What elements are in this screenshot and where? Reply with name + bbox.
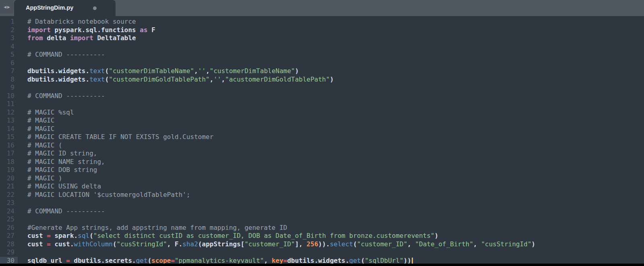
code-line[interactable]: 6 [0, 59, 644, 68]
line-number: 21 [0, 182, 18, 191]
code-line[interactable]: 20# MAGIC ) [0, 174, 644, 183]
line-number: 13 [0, 117, 18, 125]
line-number: 1 [0, 18, 18, 26]
line-number: 18 [0, 158, 18, 166]
code-text: from delta import DeltaTable [18, 34, 136, 43]
code-text [18, 199, 27, 207]
tab-title: AppStringDim.py [26, 4, 73, 11]
code-text: import pyspark.sql.functions as F [18, 26, 155, 35]
line-number: 26 [0, 224, 18, 232]
tab-appstringdim[interactable]: AppStringDim.py [14, 0, 116, 16]
code-area[interactable]: 1# Databricks notebook source2import pys… [0, 16, 644, 266]
line-number: 28 [0, 240, 18, 249]
line-number: 20 [0, 174, 18, 183]
line-number: 5 [0, 51, 18, 59]
line-number: 27 [0, 232, 18, 240]
code-text: # MAGIC USING delta [18, 182, 101, 191]
code-text: # COMMAND ---------- [18, 51, 105, 59]
line-number: 11 [0, 100, 18, 108]
text-cursor [412, 258, 413, 264]
line-number: 15 [0, 133, 18, 141]
code-line[interactable]: 15# MAGIC CREATE TABLE IF NOT EXISTS gol… [0, 133, 644, 141]
code-text: # MAGIC ID string, [18, 149, 97, 158]
line-number: 12 [0, 108, 18, 117]
code-line[interactable]: 10# COMMAND ---------- [0, 92, 644, 100]
code-line[interactable]: 23 [0, 199, 644, 207]
code-line[interactable]: 24# COMMAND ---------- [0, 207, 644, 216]
code-text: cust = spark.sql("select distinct custID… [18, 232, 438, 240]
editor-window: ◀ ▶ AppStringDim.py 1# Databricks notebo… [0, 0, 644, 266]
code-line[interactable]: 18# MAGIC NAME string, [0, 158, 644, 166]
line-number: 9 [0, 84, 18, 92]
code-line[interactable]: 12# MAGIC %sql [0, 108, 644, 117]
code-text: # COMMAND ---------- [18, 207, 105, 216]
code-text: # MAGIC CREATE TABLE IF NOT EXISTS gold.… [18, 133, 213, 141]
code-line[interactable]: 25 [0, 215, 644, 224]
code-text: # MAGIC [18, 117, 54, 125]
code-text: # MAGIC LOCATION '$customergoldTablePath… [18, 191, 190, 199]
line-number: 6 [0, 59, 18, 68]
code-line[interactable]: 9 [0, 84, 644, 92]
code-line[interactable]: 17# MAGIC ID string, [0, 149, 644, 158]
code-text [18, 43, 27, 51]
code-text [18, 248, 27, 257]
line-number: 10 [0, 92, 18, 100]
code-text: # MAGIC ( [18, 141, 62, 150]
code-text [18, 100, 27, 108]
code-text: # COMMAND ---------- [18, 92, 105, 100]
line-number: 22 [0, 191, 18, 199]
line-number: 3 [0, 34, 18, 43]
line-number: 2 [0, 26, 18, 35]
line-number: 4 [0, 43, 18, 51]
code-text: # MAGIC %sql [18, 108, 74, 117]
bottom-edge-bar [0, 264, 644, 266]
code-line[interactable]: 21# MAGIC USING delta [0, 182, 644, 191]
code-text [18, 84, 27, 92]
code-line[interactable]: 16# MAGIC ( [0, 141, 644, 150]
line-number: 7 [0, 67, 18, 76]
code-line[interactable]: 2import pyspark.sql.functions as F [0, 26, 644, 35]
code-line[interactable]: 14# MAGIC [0, 125, 644, 133]
code-line[interactable]: 11 [0, 100, 644, 108]
line-number: 8 [0, 76, 18, 84]
code-line[interactable]: 3from delta import DeltaTable [0, 34, 644, 43]
line-number: 29 [0, 248, 18, 257]
code-text [18, 59, 27, 68]
code-line[interactable]: 22# MAGIC LOCATION '$customergoldTablePa… [0, 191, 644, 199]
code-line[interactable]: 26#Generate App strings, add appstring n… [0, 224, 644, 232]
modified-dot-icon [93, 6, 97, 10]
code-text: # MAGIC NAME string, [18, 158, 105, 166]
code-line[interactable]: 27cust = spark.sql("select distinct cust… [0, 232, 644, 240]
code-text: # Databricks notebook source [18, 18, 136, 26]
line-number: 25 [0, 215, 18, 224]
tab-nav-controls: ◀ ▶ [0, 0, 14, 14]
code-text: dbutils.widgets.text("customerDimTableNa… [18, 67, 299, 76]
code-line[interactable]: 7dbutils.widgets.text("customerDimTableN… [0, 67, 644, 76]
tab-bar: ◀ ▶ AppStringDim.py [0, 0, 644, 16]
forward-arrow-icon[interactable]: ▶ [7, 5, 10, 9]
code-line[interactable]: 8dbutils.widgets.text("customerDimGoldTa… [0, 76, 644, 84]
code-text: # MAGIC [18, 125, 54, 133]
code-line[interactable]: 19# MAGIC DOB string [0, 166, 644, 174]
code-line[interactable]: 5# COMMAND ---------- [0, 51, 644, 59]
code-text: # MAGIC DOB string [18, 166, 97, 174]
line-number: 16 [0, 141, 18, 150]
code-line[interactable]: 28cust = cust.withColumn("cusStringId", … [0, 240, 644, 249]
code-text [18, 215, 27, 224]
code-text: dbutils.widgets.text("customerDimGoldTab… [18, 76, 334, 84]
code-line[interactable]: 1# Databricks notebook source [0, 18, 644, 26]
line-number: 14 [0, 125, 18, 133]
back-arrow-icon[interactable]: ◀ [4, 5, 6, 9]
code-text: #Generate App strings, add appstring nam… [18, 224, 287, 232]
line-number: 17 [0, 149, 18, 158]
code-text: # MAGIC ) [18, 174, 62, 183]
code-line[interactable]: 13# MAGIC [0, 117, 644, 125]
line-number: 19 [0, 166, 18, 174]
line-number: 24 [0, 207, 18, 216]
line-number: 23 [0, 199, 18, 207]
code-text: cust = cust.withColumn("cusStringId", F.… [18, 240, 535, 249]
code-line[interactable]: 29 [0, 248, 644, 257]
code-line[interactable]: 4 [0, 43, 644, 51]
